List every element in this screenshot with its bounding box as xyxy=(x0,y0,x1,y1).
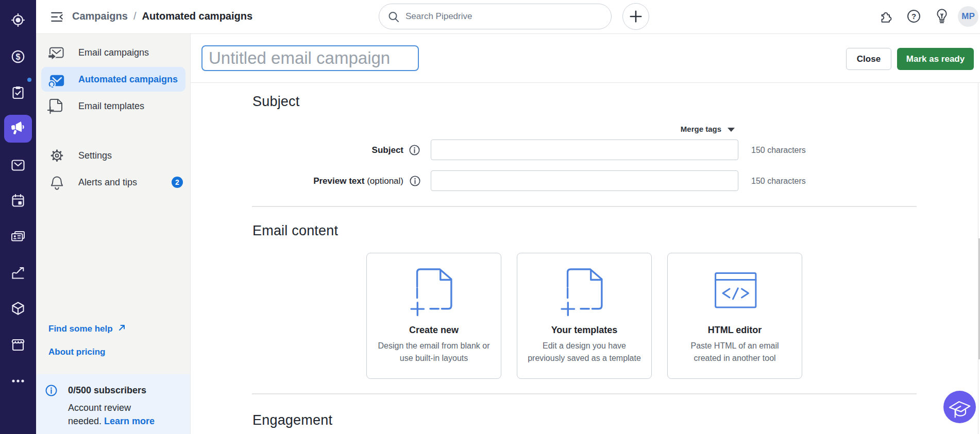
svg-text:$: $ xyxy=(16,53,21,61)
